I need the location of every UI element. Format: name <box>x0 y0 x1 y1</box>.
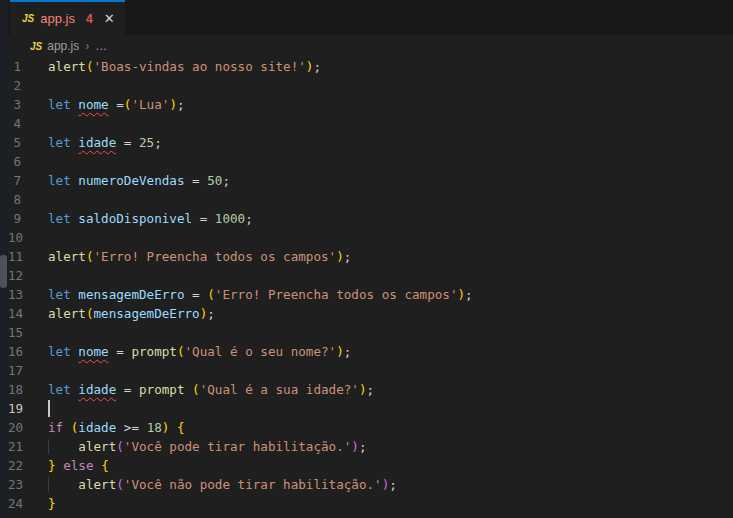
code-token: { <box>177 420 185 435</box>
line-number[interactable]: 20 <box>8 418 48 437</box>
code-content: alert('Boas-vindas ao nosso site!'); <box>48 57 321 76</box>
chevron-right-icon: › <box>85 39 89 53</box>
line-number[interactable]: 19 <box>8 399 48 418</box>
code-token: saldoDisponivel <box>78 211 192 226</box>
code-token: = <box>116 135 139 150</box>
code-line[interactable]: 24} <box>8 494 733 513</box>
code-line[interactable]: 6 <box>8 152 733 171</box>
left-scrollbar-thumb[interactable] <box>0 255 7 288</box>
line-number[interactable]: 8 <box>8 190 48 209</box>
code-line[interactable]: 10 <box>8 228 733 247</box>
line-number[interactable]: 12 <box>8 266 48 285</box>
line-number[interactable]: 17 <box>8 361 48 380</box>
line-number[interactable]: 15 <box>8 323 48 342</box>
line-number[interactable]: 1 <box>8 57 48 76</box>
line-number[interactable]: 18 <box>8 380 48 399</box>
code-line[interactable]: 7let numeroDeVendas = 50; <box>8 171 733 190</box>
code-line[interactable]: 22} else { <box>8 456 733 475</box>
code-token: ( <box>86 249 94 264</box>
code-token: ( <box>177 344 185 359</box>
code-token: mensagemDeErro <box>78 287 184 302</box>
line-number[interactable]: 13 <box>8 285 48 304</box>
code-token: 25 <box>139 135 154 150</box>
line-number[interactable]: 7 <box>8 171 48 190</box>
breadcrumb: JS app.js › … <box>8 35 733 57</box>
code-line[interactable]: 4 <box>8 114 733 133</box>
line-number[interactable]: 14 <box>8 304 48 323</box>
code-editor[interactable]: 1alert('Boas-vindas ao nosso site!');23l… <box>8 57 733 518</box>
code-token: ; <box>207 306 215 321</box>
breadcrumb-symbol-ellipsis[interactable]: … <box>95 39 107 53</box>
code-token: let <box>48 211 71 226</box>
code-content: let mensagemDeErro = ('Erro! Preencha to… <box>48 285 473 304</box>
tab-error-count-badge: 4 <box>86 12 93 26</box>
code-line[interactable]: 1alert('Boas-vindas ao nosso site!'); <box>8 57 733 76</box>
code-line[interactable]: 5let idade = 25; <box>8 133 733 152</box>
code-line[interactable]: 20if (idade >= 18) { <box>8 418 733 437</box>
code-token: = <box>109 97 124 112</box>
code-line[interactable]: 11alert('Erro! Preencha todos os campos'… <box>8 247 733 266</box>
code-line[interactable]: 12 <box>8 266 733 285</box>
code-line[interactable]: 15 <box>8 323 733 342</box>
code-token: idade <box>78 382 116 397</box>
line-number[interactable]: 24 <box>8 494 48 513</box>
editor-tab-bar: JS app.js 4 ✕ <box>8 0 733 35</box>
code-token: = <box>116 382 139 397</box>
code-line[interactable]: 8 <box>8 190 733 209</box>
tab-app-js[interactable]: JS app.js 4 ✕ <box>10 0 125 35</box>
code-token <box>48 477 78 492</box>
code-line[interactable]: 3let nome =('Lua'); <box>8 95 733 114</box>
code-content: let numeroDeVendas = 50; <box>48 171 230 190</box>
line-number[interactable]: 22 <box>8 456 48 475</box>
line-number[interactable]: 10 <box>8 228 48 247</box>
code-token: ) <box>359 382 367 397</box>
line-number[interactable]: 3 <box>8 95 48 114</box>
code-token: 18 <box>147 420 162 435</box>
code-token: prompt <box>131 344 177 359</box>
code-token: let <box>48 97 71 112</box>
code-token: 'Você pode tirar habilitação.' <box>124 439 351 454</box>
code-token: ( <box>116 477 124 492</box>
code-token: alert <box>48 249 86 264</box>
code-token: } <box>48 496 56 511</box>
breadcrumb-file[interactable]: app.js <box>47 39 79 53</box>
code-content: } <box>48 494 56 513</box>
code-token: 'Lua' <box>131 97 169 112</box>
code-token: let <box>48 173 71 188</box>
code-line[interactable]: 16let nome = prompt('Qual é o seu nome?'… <box>8 342 733 361</box>
line-number[interactable]: 16 <box>8 342 48 361</box>
code-token: = <box>109 344 132 359</box>
line-number[interactable]: 9 <box>8 209 48 228</box>
code-line[interactable]: 18let idade = prompt ('Qual é a sua idad… <box>8 380 733 399</box>
code-content: let idade = 25; <box>48 133 162 152</box>
line-number[interactable]: 4 <box>8 114 48 133</box>
code-token <box>185 382 193 397</box>
code-content: } else { <box>48 456 109 475</box>
code-line[interactable]: 23 alert('Você não pode tirar habilitaçã… <box>8 475 733 494</box>
line-number[interactable]: 11 <box>8 247 48 266</box>
code-line[interactable]: 2 <box>8 76 733 95</box>
code-line[interactable]: 13let mensagemDeErro = ('Erro! Preencha … <box>8 285 733 304</box>
code-line[interactable]: 9let saldoDisponivel = 1000; <box>8 209 733 228</box>
line-number[interactable]: 21 <box>8 437 48 456</box>
code-token: ; <box>359 439 367 454</box>
line-number[interactable]: 23 <box>8 475 48 494</box>
code-line[interactable]: 19 <box>8 399 733 418</box>
line-number[interactable]: 5 <box>8 133 48 152</box>
code-token: ; <box>344 344 352 359</box>
code-line[interactable]: 14alert(mensagemDeErro); <box>8 304 733 323</box>
code-content: alert('Erro! Preencha todos os campos'); <box>48 247 351 266</box>
code-token: let <box>48 344 71 359</box>
tab-close-icon[interactable]: ✕ <box>104 11 115 26</box>
code-token: = <box>185 287 208 302</box>
code-token: ; <box>154 135 162 150</box>
code-token <box>169 420 177 435</box>
line-number[interactable]: 6 <box>8 152 48 171</box>
code-line[interactable]: 21 alert('Você pode tirar habilitação.')… <box>8 437 733 456</box>
code-line[interactable]: 17 <box>8 361 733 380</box>
code-token: nome <box>78 97 108 112</box>
code-token: ; <box>177 97 185 112</box>
code-content: let nome = prompt('Qual é o seu nome?'); <box>48 342 351 361</box>
tab-label: app.js <box>40 11 75 26</box>
line-number[interactable]: 2 <box>8 76 48 95</box>
